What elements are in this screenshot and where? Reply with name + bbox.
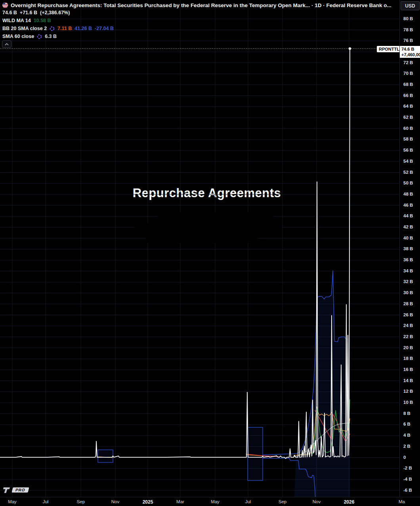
price-tick-label: 72 B	[403, 60, 413, 65]
price-tick-label: 46 B	[403, 203, 413, 207]
spinner-icon	[50, 26, 55, 31]
price-tick-label: 32 B	[403, 279, 413, 284]
time-tick-label: Nov	[111, 499, 119, 504]
price-change: +71.6 B	[20, 10, 37, 15]
price-tick-label: 40 B	[403, 236, 413, 240]
price-tick-label: 36 B	[403, 257, 413, 262]
last-price-value: 74.6 B	[401, 46, 420, 52]
time-tick-label: 2025	[143, 499, 153, 505]
symbol-title: Overnight Repurchase Agreements: Total S…	[11, 2, 391, 8]
price-tick-label: 20 B	[403, 345, 413, 350]
price-tick-label: 30 B	[403, 290, 413, 295]
price-tick-label: 60 B	[403, 126, 413, 131]
last-price-change: +7,460,00	[401, 52, 420, 57]
price-tick-label: 62 B	[403, 115, 413, 120]
indicator-row-wild-ma[interactable]: WILD MA 14 10.58 B	[2, 17, 391, 25]
us-flag-icon	[2, 2, 8, 8]
chevron-up-icon	[5, 43, 9, 46]
time-tick-label: 2026	[344, 499, 355, 505]
mask-patch	[146, 236, 258, 243]
price-tick-label: 58 B	[403, 137, 413, 141]
price-tick-label: 34 B	[403, 268, 413, 273]
price-tick-label: 12 B	[403, 389, 413, 394]
price-tick-label: 2 B	[403, 444, 410, 449]
price-change-pct: (+2,386.67%)	[40, 10, 70, 15]
chart-canvas[interactable]	[0, 0, 399, 497]
time-axis[interactable]: MayJulSepNov2025MarMayJulSepNov2026Ma	[0, 497, 420, 506]
price-tick-label: 4 B	[403, 433, 410, 438]
price-tick-label: 56 B	[403, 148, 413, 152]
price-axis[interactable]: USD 74.6 B +7,460,00 80 B78 B76 B72 B70 …	[399, 0, 420, 497]
price-tick-label: 8 B	[403, 411, 410, 416]
time-tick-label: May	[8, 499, 17, 504]
time-tick-label: Sep	[77, 499, 85, 504]
tradingview-mark-icon	[3, 487, 10, 493]
price-tick-label: 6 B	[403, 422, 410, 426]
price-tick-label: 48 B	[403, 192, 413, 196]
price-tick-label: 10 B	[403, 400, 413, 405]
price-tick-label: 18 B	[403, 356, 413, 361]
price-row: 74.6 B +71.6 B (+2,386.67%)	[2, 9, 391, 17]
indicator-row-sma60[interactable]: SMA 60 close 6.3 B	[2, 32, 391, 40]
symbol-title-row[interactable]: Overnight Repurchase Agreements: Total S…	[2, 2, 391, 9]
spinner-icon	[37, 34, 42, 39]
bb-flat-box	[248, 427, 263, 480]
time-tick-label: Jul	[43, 499, 49, 504]
last-price: 74.6 B	[2, 10, 17, 15]
mask-patch	[158, 212, 253, 225]
price-tick-label: 14 B	[403, 378, 413, 383]
time-tick-label: Nov	[313, 499, 321, 504]
price-tick-label: 24 B	[403, 323, 413, 328]
rponttld-main-line	[0, 49, 350, 458]
time-tick-label: Jul	[245, 499, 251, 504]
chart-area: Repurchase Agreements	[0, 0, 399, 497]
price-tick-label: 16 B	[403, 367, 413, 372]
price-tick-label: -4 B	[403, 477, 412, 481]
indicator-row-bb[interactable]: BB 20 SMA close 2 7.11 B 41.26 B -27.04 …	[2, 25, 391, 32]
last-point-marker	[349, 47, 351, 49]
time-tick-label: Sep	[279, 499, 286, 504]
price-tick-label: 28 B	[403, 301, 413, 306]
pro-badge: PRO	[11, 487, 29, 493]
time-tick-label: Ma	[399, 499, 405, 504]
price-tick-label: 50 B	[403, 181, 413, 185]
time-tick-label: Mar	[176, 499, 184, 504]
collapse-legend-button[interactable]	[2, 40, 11, 48]
mask-patch	[253, 214, 273, 236]
time-tick-label: May	[211, 499, 220, 504]
currency-button[interactable]: USD	[401, 1, 420, 10]
price-tick-label: 70 B	[403, 71, 413, 76]
price-tick-label: 44 B	[403, 213, 413, 218]
price-tick-label: 76 B	[403, 38, 413, 43]
price-tick-label: 66 B	[403, 93, 413, 98]
price-tick-label: 80 B	[403, 16, 413, 21]
last-price-axis-label: 74.6 B +7,460,00	[400, 46, 420, 58]
price-tick-label: 26 B	[403, 312, 413, 317]
price-tick-label: -6 B	[403, 488, 412, 493]
price-tick-label: 52 B	[403, 170, 413, 175]
price-tick-label: 42 B	[403, 224, 413, 229]
tradingview-logo[interactable]: PRO	[3, 487, 29, 493]
price-tick-label: -2 B	[403, 466, 412, 470]
price-tick-label: 78 B	[403, 27, 413, 32]
price-tick-label: 54 B	[403, 159, 413, 164]
legend: Overnight Repurchase Agreements: Total S…	[2, 2, 391, 40]
price-tick-label: 0	[403, 455, 406, 460]
price-tick-label: 64 B	[403, 104, 413, 108]
price-tick-label: 38 B	[403, 246, 413, 251]
price-tick-label: 68 B	[403, 82, 413, 87]
bb-flat-box	[98, 450, 113, 462]
price-tick-label: 22 B	[403, 334, 413, 339]
